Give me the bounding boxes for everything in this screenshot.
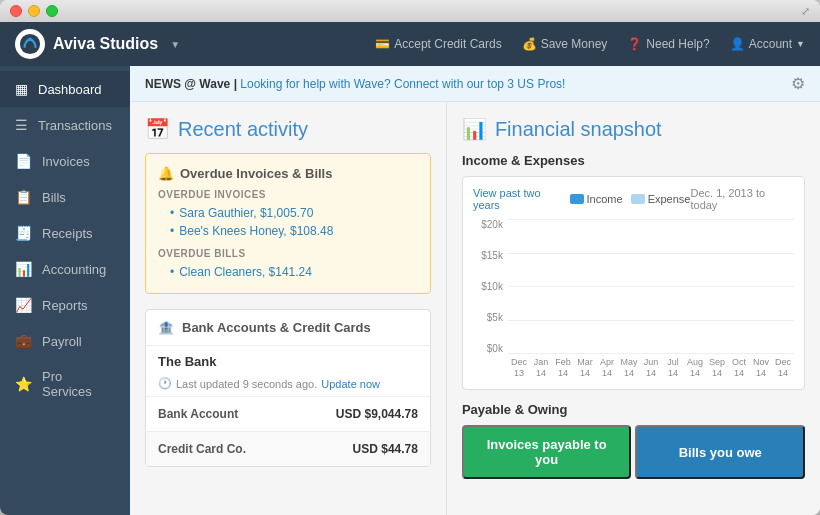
y-label: $15k (473, 250, 503, 261)
income-legend-color (570, 194, 584, 204)
pro-services-icon: ⭐ (15, 376, 32, 392)
sidebar-item-receipts[interactable]: 🧾 Receipts (0, 215, 130, 251)
sidebar-nav: ▦ Dashboard ☰ Transactions 📄 Invoices 📋 … (0, 71, 130, 409)
payable-owing-section: Payable & Owing Invoices payable to you … (462, 402, 805, 479)
main-content: 📅 Recent activity 🔔 Overdue Invoices & B… (130, 102, 820, 515)
overdue-invoices-label: OVERDUE INVOICES (158, 189, 418, 200)
view-past-link[interactable]: View past two years (473, 187, 570, 211)
calendar-icon: 📅 (145, 117, 170, 141)
sidebar-item-reports[interactable]: 📈 Reports (0, 287, 130, 323)
bank-section: 🏦 Bank Accounts & Credit Cards The Bank … (145, 309, 431, 467)
credit-card-value: USD $44.78 (353, 442, 418, 456)
overdue-invoice-1[interactable]: Bee's Knees Honey, $108.48 (158, 222, 418, 240)
update-now-link[interactable]: Update now (321, 378, 380, 390)
main-layout: ▦ Dashboard ☰ Transactions 📄 Invoices 📋 … (0, 66, 820, 515)
expense-legend: Expense (631, 193, 691, 205)
sidebar-item-pro-services[interactable]: ⭐ Pro Services (0, 359, 130, 409)
x-axis-labels: Dec13Jan14Feb14Mar14Apr14May14Jun14Jul14… (508, 357, 794, 379)
income-legend: Income (570, 193, 623, 205)
expand-icon[interactable]: ⤢ (801, 5, 810, 18)
x-label: Nov14 (750, 357, 772, 379)
x-label: Oct14 (728, 357, 750, 379)
left-panel: 📅 Recent activity 🔔 Overdue Invoices & B… (130, 102, 447, 515)
y-label: $20k (473, 219, 503, 230)
bank-account-label: Bank Account (158, 407, 238, 421)
bank-account-row: Bank Account USD $9,044.78 (146, 396, 430, 431)
gear-icon[interactable]: ⚙ (791, 74, 805, 93)
brand[interactable]: Aviva Studios ▼ (15, 29, 180, 59)
invoices-icon: 📄 (15, 153, 32, 169)
sidebar-item-invoices[interactable]: 📄 Invoices (0, 143, 130, 179)
accept-credit-cards-action[interactable]: 💳 Accept Credit Cards (375, 37, 501, 51)
x-label: May14 (618, 357, 640, 379)
content-area: NEWS @ Wave | Looking for help with Wave… (130, 66, 820, 515)
brand-dropdown-icon[interactable]: ▼ (170, 39, 180, 50)
payable-buttons: Invoices payable to you Bills you owe (462, 425, 805, 479)
transactions-icon: ☰ (15, 117, 28, 133)
snapshot-header: 📊 Financial snapshot (462, 117, 805, 141)
help-icon: ❓ (627, 37, 642, 51)
minimize-button[interactable] (28, 5, 40, 17)
bills-you-owe-button[interactable]: Bills you owe (635, 425, 805, 479)
need-help-action[interactable]: ❓ Need Help? (627, 37, 709, 51)
bell-icon: 🔔 (158, 166, 174, 181)
top-nav: Aviva Studios ▼ 💳 Accept Credit Cards 💰 … (0, 22, 820, 66)
sidebar-item-payroll[interactable]: 💼 Payroll (0, 323, 130, 359)
sidebar-item-dashboard[interactable]: ▦ Dashboard (0, 71, 130, 107)
bank-icon: 🏦 (158, 320, 174, 335)
news-label: NEWS @ Wave (145, 77, 230, 91)
payroll-icon: 💼 (15, 333, 32, 349)
chart-legend: Income Expense (570, 193, 691, 205)
y-label: $5k (473, 312, 503, 323)
recent-activity-header: 📅 Recent activity (145, 117, 431, 141)
x-label: Sep14 (706, 357, 728, 379)
info-bar-text: NEWS @ Wave | Looking for help with Wave… (145, 77, 565, 91)
x-label: Dec13 (508, 357, 530, 379)
save-money-action[interactable]: 💰 Save Money (522, 37, 608, 51)
credit-card-row: Credit Card Co. USD $44.78 (146, 431, 430, 466)
dashboard-icon: ▦ (15, 81, 28, 97)
svg-point-1 (28, 38, 32, 42)
right-panel: 📊 Financial snapshot Income & Expenses V… (447, 102, 820, 515)
sidebar-item-accounting[interactable]: 📊 Accounting (0, 251, 130, 287)
account-icon: 👤 (730, 37, 745, 51)
x-label: Mar14 (574, 357, 596, 379)
y-label: $10k (473, 281, 503, 292)
x-label: Aug14 (684, 357, 706, 379)
sidebar-item-transactions[interactable]: ☰ Transactions (0, 107, 130, 143)
clock-icon: 🕐 (158, 377, 172, 390)
accounting-icon: 📊 (15, 261, 32, 277)
save-money-icon: 💰 (522, 37, 537, 51)
title-bar: ⤢ (0, 0, 820, 22)
overdue-bill-0[interactable]: Clean Cleaners, $141.24 (158, 263, 418, 281)
top-nav-actions: 💳 Accept Credit Cards 💰 Save Money ❓ Nee… (375, 37, 805, 51)
bank-account-value: USD $9,044.78 (336, 407, 418, 421)
income-expenses-subtitle: Income & Expenses (462, 153, 805, 168)
x-label: Jul14 (662, 357, 684, 379)
account-action[interactable]: 👤 Account ▼ (730, 37, 805, 51)
payable-title: Payable & Owing (462, 402, 805, 417)
invoices-payable-button[interactable]: Invoices payable to you (462, 425, 632, 479)
close-button[interactable] (10, 5, 22, 17)
svg-point-0 (20, 34, 40, 54)
expense-legend-color (631, 194, 645, 204)
overdue-invoice-0[interactable]: Sara Gauthier, $1,005.70 (158, 204, 418, 222)
y-axis-labels: $0k$5k$10k$15k$20k (473, 219, 503, 354)
sidebar-item-bills[interactable]: 📋 Bills (0, 179, 130, 215)
snapshot-title: Financial snapshot (495, 118, 662, 141)
bank-section-header: 🏦 Bank Accounts & Credit Cards (146, 310, 430, 346)
info-link[interactable]: Looking for help with Wave? Connect with… (240, 77, 565, 91)
chart-container: View past two years Income Expense (462, 176, 805, 390)
chart-date-range: Dec. 1, 2013 to today (690, 187, 794, 211)
x-label: Jan14 (530, 357, 552, 379)
reports-icon: 📈 (15, 297, 32, 313)
brand-name: Aviva Studios (53, 35, 158, 53)
maximize-button[interactable] (46, 5, 58, 17)
overdue-box: 🔔 Overdue Invoices & Bills OVERDUE INVOI… (145, 153, 431, 294)
account-dropdown-icon: ▼ (796, 39, 805, 49)
sidebar: ▦ Dashboard ☰ Transactions 📄 Invoices 📋 … (0, 66, 130, 515)
receipts-icon: 🧾 (15, 225, 32, 241)
x-label: Dec14 (772, 357, 794, 379)
bank-name: The Bank (146, 346, 430, 377)
app-window: ⤢ Aviva Studios ▼ 💳 Accept Credit Cards … (0, 0, 820, 515)
